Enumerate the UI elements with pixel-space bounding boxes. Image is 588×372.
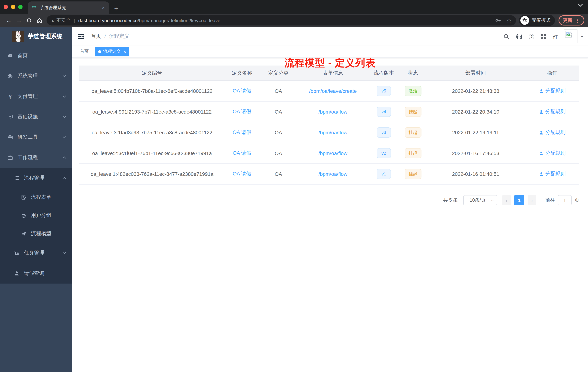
toolbox-icon bbox=[7, 155, 13, 161]
yen-icon: ¥ bbox=[7, 94, 13, 99]
action-label: 分配规则 bbox=[545, 171, 566, 177]
dashboard-icon bbox=[7, 53, 13, 59]
avatar-caret-icon[interactable]: ▾ bbox=[581, 34, 583, 38]
page-1-button[interactable]: 1 bbox=[514, 195, 524, 205]
col-header: 操作 bbox=[525, 66, 579, 80]
col-header: 定义编号 bbox=[79, 66, 225, 80]
assign-rule-link[interactable]: 分配规则 bbox=[539, 129, 566, 136]
gear-icon bbox=[7, 73, 13, 79]
chevron-down-icon bbox=[63, 75, 66, 77]
definition-name-link[interactable]: OA 请假 bbox=[233, 109, 252, 115]
sidebar-item-process-form[interactable]: 流程表单 bbox=[0, 188, 72, 206]
sidebar-item-label: 研发工具 bbox=[17, 134, 38, 141]
assign-rule-link[interactable]: 分配规则 bbox=[539, 150, 566, 156]
sidebar-item-label: 请假查询 bbox=[24, 270, 44, 277]
monitor-icon bbox=[7, 114, 13, 120]
prev-page-button[interactable]: ‹ bbox=[502, 195, 511, 205]
cell-deploy-time: 2022-01-16 01:40:51 bbox=[427, 164, 525, 184]
search-icon[interactable] bbox=[504, 33, 510, 40]
status-badge: 激活 bbox=[405, 86, 421, 96]
password-key-icon[interactable] bbox=[495, 17, 501, 24]
fullscreen-icon[interactable] bbox=[541, 33, 547, 40]
browser-menu-icon[interactable]: ⋮ bbox=[575, 18, 580, 23]
sidebar-item-leave-query[interactable]: 请假查询 bbox=[0, 263, 72, 284]
tag-close-icon[interactable]: × bbox=[124, 49, 126, 54]
new-tab-button[interactable]: + bbox=[114, 5, 118, 12]
page-unit-label: 页 bbox=[575, 197, 579, 203]
main-panel: 首页 / 流程定义 ? тT bbox=[72, 27, 588, 372]
bookmark-star-icon[interactable]: ☆ bbox=[506, 17, 512, 24]
user-icon bbox=[539, 172, 544, 176]
content-area: 定义编号 定义名称 定义分类 表单信息 流程版本 状态 部署时间 操作 oa_l… bbox=[72, 58, 588, 205]
sidebar-item-workflow[interactable]: 工作流程 bbox=[0, 147, 72, 168]
sidebar-item-system[interactable]: 系统管理 bbox=[0, 66, 72, 86]
sidebar-item-label: 基础设施 bbox=[17, 114, 38, 120]
reload-button[interactable] bbox=[24, 15, 34, 25]
font-size-icon[interactable]: тT bbox=[553, 33, 557, 40]
definition-name-link[interactable]: OA 请假 bbox=[233, 129, 252, 136]
version-tag: v4 bbox=[377, 107, 391, 117]
avatar[interactable] bbox=[564, 30, 578, 43]
definition-table: 定义编号 定义名称 定义分类 表单信息 流程版本 状态 部署时间 操作 oa_l… bbox=[79, 66, 579, 185]
tag-label: 流程定义 bbox=[103, 48, 121, 55]
app-logo-avatar bbox=[12, 31, 24, 42]
pagination-total: 共 5 条 bbox=[443, 197, 458, 203]
active-dot bbox=[98, 50, 101, 53]
assign-rule-link[interactable]: 分配规则 bbox=[539, 171, 566, 177]
chevron-down-icon bbox=[63, 95, 66, 98]
sidebar-item-label: 任务管理 bbox=[24, 250, 44, 256]
sidebar-item-process-management[interactable]: 流程管理 bbox=[0, 168, 72, 188]
address-bar[interactable]: ▲ 不安全 | dashboard.yudao.iocoder.cn/bpm/m… bbox=[47, 15, 516, 25]
minimize-window-button[interactable] bbox=[11, 5, 15, 9]
form-link[interactable]: /bpm/oa/flow bbox=[319, 150, 347, 156]
sidebar-item-payment[interactable]: ¥ 支付管理 bbox=[0, 86, 72, 107]
action-label: 分配规则 bbox=[545, 150, 566, 156]
cell-category: OA bbox=[259, 143, 297, 164]
close-window-button[interactable] bbox=[4, 5, 8, 9]
github-icon[interactable] bbox=[516, 33, 523, 40]
table-row: oa_leave:3:1fad3d93-7b75-11ec-a3c8-acde4… bbox=[79, 122, 579, 143]
definition-name-link[interactable]: OA 请假 bbox=[233, 171, 252, 177]
hamburger-icon[interactable] bbox=[78, 33, 85, 40]
tag-process-definition[interactable]: 流程定义 × bbox=[95, 47, 129, 56]
definition-name-link[interactable]: OA 请假 bbox=[233, 88, 252, 94]
tab-close-icon[interactable]: × bbox=[101, 5, 105, 10]
profile-chevron-icon[interactable] bbox=[578, 4, 583, 7]
incognito-icon bbox=[520, 16, 529, 25]
browser-tab[interactable]: 芋道管理系统 × bbox=[28, 1, 109, 14]
form-link[interactable]: /bpm/oa/flow bbox=[319, 171, 347, 177]
tag-home[interactable]: 首页 bbox=[77, 47, 92, 56]
url-divider: | bbox=[74, 18, 75, 23]
user-icon bbox=[539, 151, 544, 156]
form-link[interactable]: /bpm/oa/flow bbox=[319, 109, 347, 115]
help-icon[interactable]: ? bbox=[529, 34, 534, 39]
app-logo-row[interactable]: 芋道管理系统 bbox=[0, 27, 72, 45]
assign-rule-link[interactable]: 分配规则 bbox=[539, 88, 566, 94]
broken-image-icon bbox=[565, 31, 572, 38]
user-icon bbox=[539, 130, 544, 135]
sidebar-item-task-management[interactable]: 任务管理 bbox=[0, 243, 72, 263]
assign-rule-link[interactable]: 分配规则 bbox=[539, 109, 566, 115]
form-link[interactable]: /bpm/oa/leave/create bbox=[309, 88, 357, 94]
next-page-button[interactable]: › bbox=[528, 195, 536, 205]
sidebar-item-dev-tools[interactable]: 研发工具 bbox=[0, 127, 72, 147]
incognito-label: 无痕模式 bbox=[532, 17, 551, 24]
breadcrumb-home[interactable]: 首页 bbox=[91, 33, 101, 40]
page-size-select[interactable]: 10条/页 ⌄ bbox=[463, 195, 497, 205]
back-button[interactable]: ← bbox=[4, 15, 14, 25]
sidebar-item-infrastructure[interactable]: 基础设施 bbox=[0, 107, 72, 127]
forward-button[interactable]: → bbox=[14, 15, 24, 25]
zoom-window-button[interactable] bbox=[18, 5, 22, 9]
sidebar-item-user-group[interactable]: 用户分组 bbox=[0, 206, 72, 225]
security-status[interactable]: ▲ 不安全 bbox=[51, 17, 71, 24]
url-host: dashboard.yudao.iocoder.cn bbox=[78, 18, 138, 23]
goto-page-input[interactable] bbox=[558, 195, 572, 205]
sidebar-item-process-model[interactable]: 流程模型 bbox=[0, 225, 72, 243]
status-badge: 挂起 bbox=[405, 148, 421, 158]
definition-name-link[interactable]: OA 请假 bbox=[233, 150, 252, 156]
home-button[interactable] bbox=[34, 15, 44, 25]
cell-deploy-time: 2022-01-22 20:34:10 bbox=[427, 101, 525, 122]
sidebar-item-home[interactable]: 首页 bbox=[0, 45, 72, 66]
form-link[interactable]: /bpm/oa/flow bbox=[319, 130, 347, 135]
update-button[interactable]: 更新 ⋮ bbox=[558, 15, 584, 25]
